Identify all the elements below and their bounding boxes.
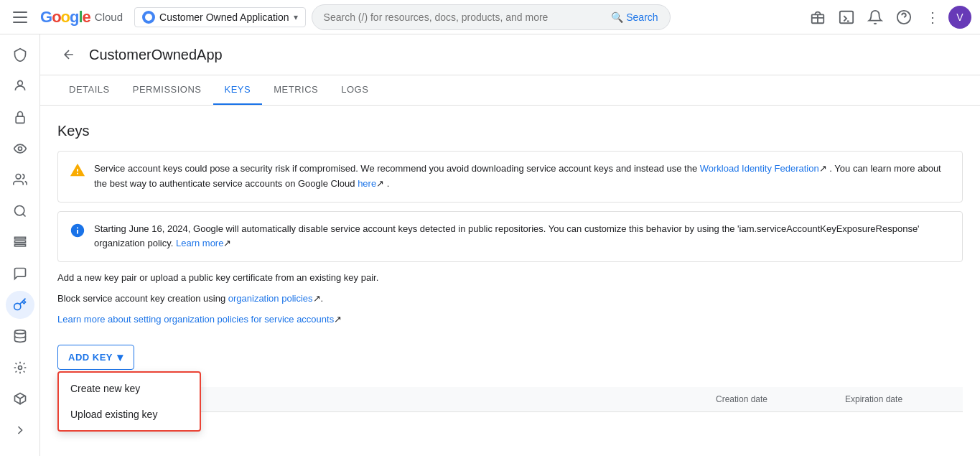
project-name: Customer Owned Application	[159, 11, 289, 23]
tabs: DETAILS PERMISSIONS KEYS METRICS LOGS	[40, 75, 980, 106]
add-key-label: ADD KEY	[68, 352, 113, 363]
svg-rect-8	[14, 238, 25, 240]
svg-point-3	[17, 81, 22, 86]
tab-details[interactable]: DETAILS	[57, 75, 121, 105]
upload-existing-key-item[interactable]: Upload existing key	[59, 401, 200, 427]
warning-alert: Service account keys could pose a securi…	[57, 151, 963, 203]
sidebar-item-key[interactable]	[6, 291, 34, 320]
sidebar	[0, 34, 40, 456]
logo-cloud-text: Cloud	[95, 11, 123, 23]
org-policies-link[interactable]: organization policies	[228, 293, 313, 304]
learn-more-link[interactable]: Learn more	[176, 238, 223, 248]
svg-rect-9	[14, 241, 25, 243]
sidebar-item-shield[interactable]	[6, 40, 34, 69]
search-button[interactable]: 🔍 Search	[605, 9, 663, 26]
back-button[interactable]	[57, 43, 80, 66]
add-key-dropdown: Create new key Upload existing key	[57, 371, 201, 432]
sidebar-item-chat[interactable]	[6, 259, 34, 288]
add-key-chevron-icon: ▾	[117, 350, 123, 364]
page-header: CustomerOwnedApp	[40, 34, 980, 75]
create-new-key-item[interactable]: Create new key	[59, 376, 200, 401]
sidebar-item-eye[interactable]	[6, 134, 34, 163]
info-icon	[70, 223, 85, 241]
info-alert: Starting June 16, 2024, Google will auto…	[57, 211, 963, 263]
table-col-expiration: Expiration date	[834, 394, 963, 404]
svg-point-7	[14, 205, 24, 215]
section-title: Keys	[57, 123, 963, 139]
svg-rect-1	[840, 11, 853, 23]
table-col-creation: Creation date	[704, 394, 834, 404]
topbar-icon-group: ⋮ V	[805, 4, 971, 30]
learn-more-org-link[interactable]: Learn more about setting organization po…	[57, 314, 334, 325]
sidebar-item-search[interactable]	[6, 197, 34, 225]
topbar: Google Cloud Customer Owned Application …	[0, 0, 980, 34]
tab-keys[interactable]: KEYS	[213, 75, 263, 105]
warning-icon	[70, 162, 85, 180]
body-text-3: Learn more about setting organization po…	[57, 312, 963, 327]
logo-g2: g	[70, 8, 78, 26]
google-cloud-logo[interactable]: Google Cloud	[40, 8, 123, 27]
logo-o1: o	[52, 8, 60, 26]
main-content: CustomerOwnedApp DETAILS PERMISSIONS KEY…	[40, 34, 980, 456]
workload-identity-link[interactable]: Workload Identity Federation	[700, 163, 819, 174]
body-text-1: Add a new key pair or upload a public ke…	[57, 271, 963, 286]
add-key-button[interactable]: ADD KEY ▾	[57, 345, 134, 370]
sidebar-item-list[interactable]	[6, 228, 34, 256]
svg-point-6	[16, 175, 21, 180]
search-bar[interactable]: 🔍 Search	[312, 4, 671, 30]
svg-point-13	[18, 366, 22, 369]
avatar[interactable]: V	[948, 6, 971, 29]
page-title: CustomerOwnedApp	[89, 47, 223, 63]
bell-button[interactable]	[862, 4, 888, 30]
svg-point-11	[14, 304, 20, 310]
svg-rect-4	[16, 116, 24, 123]
info-alert-text: Starting June 16, 2024, Google will auto…	[94, 222, 951, 252]
tab-metrics[interactable]: METRICS	[262, 75, 330, 105]
sidebar-item-person[interactable]	[6, 72, 34, 101]
gift-button[interactable]	[805, 4, 831, 30]
tab-logs[interactable]: LOGS	[330, 75, 380, 105]
sidebar-item-box[interactable]	[6, 384, 34, 413]
project-selector[interactable]: Customer Owned Application ▾	[134, 7, 306, 27]
search-input[interactable]	[324, 11, 606, 23]
dots-icon: ⋮	[925, 9, 940, 26]
sidebar-item-storage[interactable]	[6, 322, 34, 350]
warning-alert-text: Service account keys could pose a securi…	[94, 162, 951, 192]
search-icon: 🔍	[611, 11, 623, 23]
body-text-2: Block service account key creation using…	[57, 292, 963, 307]
logo-e: e	[83, 8, 90, 26]
menu-button[interactable]	[9, 4, 34, 30]
sidebar-item-lock[interactable]	[6, 103, 34, 131]
sidebar-collapse-button[interactable]	[6, 416, 34, 445]
hamburger-icon	[13, 9, 30, 26]
avatar-letter: V	[956, 11, 963, 23]
sidebar-bottom	[6, 416, 34, 450]
svg-point-5	[18, 146, 22, 150]
tab-permissions[interactable]: PERMISSIONS	[121, 75, 213, 105]
svg-point-12	[14, 330, 25, 334]
more-button[interactable]: ⋮	[920, 4, 946, 30]
sidebar-item-settings[interactable]	[6, 353, 34, 382]
project-dot-icon	[142, 11, 155, 24]
logo-o2: o	[61, 8, 70, 26]
search-button-label: Search	[626, 11, 658, 23]
main-layout: CustomerOwnedApp DETAILS PERMISSIONS KEY…	[0, 34, 980, 456]
help-button[interactable]	[891, 4, 917, 30]
sidebar-item-person2[interactable]	[6, 165, 34, 194]
here-link[interactable]: here	[358, 178, 376, 189]
chevron-down-icon: ▾	[294, 12, 298, 22]
logo-g: G	[40, 8, 52, 26]
svg-rect-10	[14, 245, 25, 247]
add-key-wrapper: ADD KEY ▾ Create new key Upload existing…	[57, 345, 134, 370]
content-area: Keys Service account keys could pose a s…	[40, 106, 980, 429]
terminal-button[interactable]	[834, 4, 859, 30]
